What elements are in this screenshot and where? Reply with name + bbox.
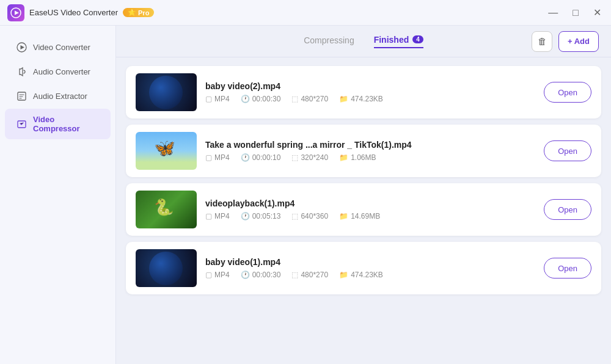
sidebar-item-video-converter[interactable]: Video Converter [5, 35, 111, 59]
file-list: baby video(2).mp4 ▢ MP4 🕐 00:00:30 ⬚ 48 [116, 57, 611, 364]
titlebar-left: EaseUS Video Converter ⭐ Pro [7, 4, 546, 21]
folder-icon-3: 📁 [339, 212, 348, 220]
file-resolution-4: ⬚ 480*270 [291, 271, 328, 279]
file-info-2: Take a wonderful spring ...a mirror _ Ti… [205, 140, 535, 162]
audio-extractor-icon [16, 90, 27, 101]
folder-icon-4: 📁 [339, 271, 348, 279]
tab-actions: 🗑 + Add [532, 31, 599, 52]
sidebar-item-video-compressor-label: Video Compressor [33, 115, 100, 133]
file-info-3: videoplayback(1).mp4 ▢ MP4 🕐 00:05:13 ⬚ [205, 198, 535, 220]
clock-icon-4: 🕐 [241, 271, 250, 279]
trash-icon: 🗑 [538, 36, 547, 46]
clock-icon-2: 🕐 [241, 153, 250, 162]
file-meta-4: ▢ MP4 🕐 00:00:30 ⬚ 480*270 📁 [205, 271, 535, 279]
svg-marker-3 [20, 45, 24, 49]
file-duration-1: 🕐 00:00:30 [241, 95, 281, 103]
file-size-2: 📁 1.06MB [339, 153, 376, 162]
video-compressor-icon [16, 118, 27, 129]
file-format-4: ▢ MP4 [205, 271, 230, 279]
delete-button[interactable]: 🗑 [532, 31, 552, 52]
open-button-1[interactable]: Open [544, 82, 591, 103]
file-resolution-2: ⬚ 320*240 [291, 153, 328, 162]
clock-icon-1: 🕐 [241, 95, 250, 103]
file-info-4: baby video(1).mp4 ▢ MP4 🕐 00:00:30 ⬚ 48 [205, 257, 535, 279]
file-thumbnail-1 [136, 73, 197, 111]
open-button-2[interactable]: Open [544, 140, 591, 161]
resolution-icon-2: ⬚ [291, 153, 298, 162]
file-resolution-3: ⬚ 640*360 [291, 212, 328, 220]
file-thumbnail-2 [136, 132, 197, 170]
open-button-3[interactable]: Open [544, 199, 591, 220]
format-icon-4: ▢ [205, 271, 212, 279]
file-card-3: videoplayback(1).mp4 ▢ MP4 🕐 00:05:13 ⬚ [126, 183, 601, 236]
file-card-4: baby video(1).mp4 ▢ MP4 🕐 00:00:30 ⬚ 48 [126, 242, 601, 294]
sidebar-item-video-compressor[interactable]: Video Compressor [5, 109, 111, 139]
format-icon-2: ▢ [205, 153, 212, 162]
file-name-3: videoplayback(1).mp4 [205, 198, 535, 208]
resolution-icon-3: ⬚ [291, 212, 298, 220]
thumb-snake-3 [136, 191, 197, 228]
finished-count-badge: 4 [412, 35, 423, 43]
main-layout: Video Converter Audio Converter Audio Ex… [0, 26, 611, 364]
file-duration-3: 🕐 00:05:13 [241, 212, 281, 220]
svg-marker-1 [15, 10, 19, 15]
file-duration-2: 🕐 00:00:10 [241, 153, 281, 162]
audio-converter-icon [16, 66, 27, 77]
file-name-1: baby video(2).mp4 [205, 81, 535, 91]
sidebar-item-audio-converter[interactable]: Audio Converter [5, 60, 111, 83]
sidebar-item-audio-extractor-label: Audio Extractor [33, 92, 87, 101]
sidebar-item-audio-converter-label: Audio Converter [33, 67, 90, 76]
folder-icon-2: 📁 [339, 153, 348, 162]
minimize-button[interactable]: — [546, 7, 560, 19]
thumb-spring-2 [136, 132, 197, 170]
format-icon-3: ▢ [205, 212, 212, 220]
file-info-1: baby video(2).mp4 ▢ MP4 🕐 00:00:30 ⬚ 48 [205, 81, 535, 103]
file-thumbnail-4 [136, 249, 197, 287]
add-button[interactable]: + Add [558, 31, 599, 52]
file-format-1: ▢ MP4 [205, 95, 230, 103]
sidebar-item-audio-extractor[interactable]: Audio Extractor [5, 84, 111, 107]
tab-bar: Compressing Finished 4 🗑 + Add [116, 26, 611, 57]
file-format-3: ▢ MP4 [205, 212, 230, 220]
open-button-4[interactable]: Open [544, 258, 591, 278]
file-size-1: 📁 474.23KB [339, 95, 383, 103]
file-thumbnail-3 [136, 191, 197, 228]
titlebar-controls: — □ ✕ [546, 7, 604, 19]
file-card-1: baby video(2).mp4 ▢ MP4 🕐 00:00:30 ⬚ 48 [126, 66, 601, 118]
maximize-button[interactable]: □ [570, 7, 581, 19]
file-name-2: Take a wonderful spring ...a mirror _ Ti… [205, 140, 535, 150]
sidebar: Video Converter Audio Converter Audio Ex… [0, 26, 116, 364]
file-meta-3: ▢ MP4 🕐 00:05:13 ⬚ 640*360 📁 [205, 212, 535, 220]
file-size-3: 📁 14.69MB [339, 212, 380, 220]
folder-icon-1: 📁 [339, 95, 348, 103]
app-title: EaseUS Video Converter [29, 8, 118, 17]
file-card-2: Take a wonderful spring ...a mirror _ Ti… [126, 125, 601, 177]
content-area: Compressing Finished 4 🗑 + Add [116, 26, 611, 364]
app-icon [7, 4, 24, 21]
pro-badge: ⭐ Pro [123, 8, 154, 17]
resolution-icon-1: ⬚ [291, 95, 298, 103]
sidebar-item-video-converter-label: Video Converter [33, 43, 90, 52]
clock-icon-3: 🕐 [241, 212, 250, 220]
file-meta-1: ▢ MP4 🕐 00:00:30 ⬚ 480*270 📁 [205, 95, 535, 103]
tabs: Compressing Finished 4 [128, 35, 599, 48]
file-format-2: ▢ MP4 [205, 153, 230, 162]
thumb-earth-4 [136, 249, 197, 287]
file-duration-4: 🕐 00:00:30 [241, 271, 281, 279]
close-button[interactable]: ✕ [591, 7, 604, 19]
titlebar: EaseUS Video Converter ⭐ Pro — □ ✕ [0, 0, 611, 26]
tab-finished[interactable]: Finished 4 [374, 35, 423, 48]
format-icon-1: ▢ [205, 95, 212, 103]
video-converter-icon [16, 42, 27, 53]
file-size-4: 📁 474.23KB [339, 271, 383, 279]
file-resolution-1: ⬚ 480*270 [291, 95, 328, 103]
file-name-4: baby video(1).mp4 [205, 257, 535, 267]
file-meta-2: ▢ MP4 🕐 00:00:10 ⬚ 320*240 📁 [205, 153, 535, 162]
resolution-icon-4: ⬚ [291, 271, 298, 279]
thumb-earth-1 [136, 73, 197, 111]
tab-compressing[interactable]: Compressing [304, 35, 354, 48]
